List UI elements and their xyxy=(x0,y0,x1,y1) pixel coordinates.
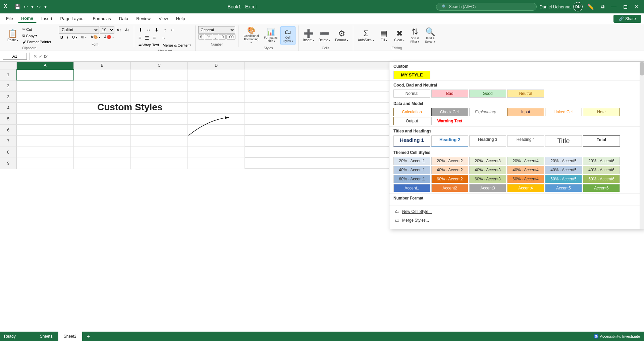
format-painter-button[interactable]: 🖌 Format Painter xyxy=(21,39,53,45)
cell-b6[interactable] xyxy=(74,125,131,135)
style-linked-cell[interactable]: Linked Cell xyxy=(545,108,582,116)
redo-button[interactable]: ↪ xyxy=(36,3,42,10)
customize-qa[interactable]: ▾ xyxy=(43,3,48,10)
menu-view[interactable]: View xyxy=(155,15,171,22)
accent1-60-cell[interactable]: 60% - Accent1 xyxy=(393,175,430,183)
accent5-20-cell[interactable]: 20% - Accent5 xyxy=(545,157,582,165)
row-number-9[interactable]: 9 xyxy=(0,158,17,169)
accent3-20-cell[interactable]: 20% - Accent3 xyxy=(469,157,506,165)
cell-d3[interactable] xyxy=(188,92,245,102)
cell-d5[interactable] xyxy=(188,114,245,124)
copy-button[interactable]: ⧉ Copy ▾ xyxy=(21,33,53,39)
accent3-cell[interactable]: Accent3 xyxy=(469,184,506,192)
cell-b7[interactable] xyxy=(74,136,131,147)
row-number-6[interactable]: 6 xyxy=(0,125,17,135)
cell-d4[interactable] xyxy=(188,103,245,113)
menu-home[interactable]: Home xyxy=(18,14,37,23)
indent-increase-button[interactable]: → xyxy=(159,34,167,42)
increase-font-button[interactable]: A↑ xyxy=(115,27,123,33)
underline-button[interactable]: U ▾ xyxy=(70,35,79,40)
fill-color-button[interactable]: A🎨 ▾ xyxy=(89,34,102,40)
cell-b1[interactable] xyxy=(74,69,131,80)
style-title-cell[interactable]: Title xyxy=(545,135,582,147)
comma-button[interactable]: , xyxy=(213,34,218,40)
search-bar[interactable]: 🔍 xyxy=(436,3,537,11)
cell-c3[interactable] xyxy=(131,92,188,102)
accounting-button[interactable]: $ xyxy=(198,34,204,40)
row-number-8[interactable]: 8 xyxy=(0,147,17,158)
cell-c1[interactable] xyxy=(131,69,188,80)
style-explanatory-cell[interactable]: Explanatory ... xyxy=(469,108,506,116)
cell-a9[interactable] xyxy=(17,158,74,169)
cell-a8[interactable] xyxy=(17,147,74,158)
merge-styles-button[interactable]: 🗂 Merge Styles... xyxy=(393,216,640,225)
accent4-60-cell[interactable]: 60% - Accent4 xyxy=(507,175,544,183)
decrease-decimal-button[interactable]: .0 xyxy=(219,34,226,40)
accent4-40-cell[interactable]: 40% - Accent4 xyxy=(507,166,544,174)
cell-d8[interactable] xyxy=(188,147,245,158)
menu-insert[interactable]: Insert xyxy=(38,15,56,22)
col-header-d[interactable]: D xyxy=(188,62,245,69)
style-output-cell[interactable]: Output xyxy=(393,117,430,125)
style-note-cell[interactable]: Note xyxy=(583,108,620,116)
text-direction-button[interactable]: ↕ xyxy=(162,26,168,34)
col-header-b[interactable]: B xyxy=(74,62,131,69)
align-top-button[interactable]: ⬆ xyxy=(137,26,144,34)
align-right-button[interactable]: ≡ xyxy=(151,34,157,42)
row-number-7[interactable]: 7 xyxy=(0,136,17,147)
sort-filter-button[interactable]: ⇅ Sort &Filter ▾ xyxy=(408,26,422,45)
close-button[interactable]: ✕ xyxy=(632,2,641,12)
italic-button[interactable]: I xyxy=(65,35,70,40)
undo-dropdown[interactable]: ▾ xyxy=(30,3,35,10)
bold-button[interactable]: B xyxy=(59,35,65,40)
maximize-button[interactable]: ⊡ xyxy=(621,2,630,11)
align-center-button[interactable]: ☰ xyxy=(143,34,151,42)
style-normal-cell[interactable]: Normal xyxy=(393,90,430,98)
accent3-40-cell[interactable]: 40% - Accent3 xyxy=(469,166,506,174)
cell-d2[interactable] xyxy=(188,80,245,91)
accent6-60-cell[interactable]: 60% - Accent6 xyxy=(583,175,620,183)
increase-decimal-button[interactable]: .00 xyxy=(226,34,235,40)
align-bottom-button[interactable]: ⬇ xyxy=(153,26,160,34)
row-number-4[interactable]: 4 xyxy=(0,103,17,113)
menu-help[interactable]: Help xyxy=(173,15,189,22)
cell-b9[interactable] xyxy=(74,158,131,169)
col-header-a[interactable]: A xyxy=(17,62,74,69)
cell-d1[interactable] xyxy=(188,69,245,80)
style-warning-cell[interactable]: Warning Text xyxy=(431,117,468,125)
cell-c7[interactable] xyxy=(131,136,188,147)
font-size-select[interactable]: 10 xyxy=(100,26,114,34)
style-heading2-cell[interactable]: Heading 2 xyxy=(431,135,468,147)
style-good-cell[interactable]: Good xyxy=(469,90,506,98)
style-heading1-cell[interactable]: Heading 1 xyxy=(393,135,430,147)
row-number-2[interactable]: 2 xyxy=(0,80,17,91)
accent4-cell[interactable]: Accent4 xyxy=(507,184,544,192)
cell-d6[interactable] xyxy=(188,125,245,135)
accent4-20-cell[interactable]: 20% - Accent4 xyxy=(507,157,544,165)
menu-data[interactable]: Data xyxy=(116,15,131,22)
row-number-1[interactable]: 1 xyxy=(0,69,17,80)
accent5-cell[interactable]: Accent5 xyxy=(545,184,582,192)
accent6-20-cell[interactable]: 20% - Accent6 xyxy=(583,157,620,165)
font-color-button[interactable]: A🔴 ▾ xyxy=(103,34,115,40)
row-number-3[interactable]: 3 xyxy=(0,92,17,102)
style-calculation-cell[interactable]: Calculation xyxy=(393,108,430,116)
cell-a2[interactable] xyxy=(17,80,74,91)
formula-input[interactable] xyxy=(49,54,641,59)
formula-confirm-icon[interactable]: ✓ xyxy=(39,54,43,59)
cell-c8[interactable] xyxy=(131,147,188,158)
accent6-cell[interactable]: Accent6 xyxy=(583,184,620,192)
style-heading4-cell[interactable]: Heading 4 xyxy=(507,135,544,147)
accent2-40-cell[interactable]: 40% - Accent2 xyxy=(431,166,468,174)
accent2-cell[interactable]: Accent2 xyxy=(431,184,468,192)
wrap-text-button[interactable]: ⇌ Wrap Text xyxy=(137,42,161,48)
delete-cells-button[interactable]: ➖ Delete ▾ xyxy=(317,26,333,45)
sheet2-tab[interactable]: Sheet2 xyxy=(58,332,82,341)
new-cell-style-button[interactable]: 🗂 New Cell Style... xyxy=(393,207,640,216)
select-all-button[interactable] xyxy=(0,62,17,69)
fill-button[interactable]: ▤ Fill ▾ xyxy=(377,26,391,45)
number-format-select[interactable]: General xyxy=(198,26,235,34)
cell-a6[interactable] xyxy=(17,125,74,135)
style-check-cell[interactable]: Check Cell xyxy=(431,108,468,116)
cell-a1[interactable] xyxy=(17,69,74,80)
